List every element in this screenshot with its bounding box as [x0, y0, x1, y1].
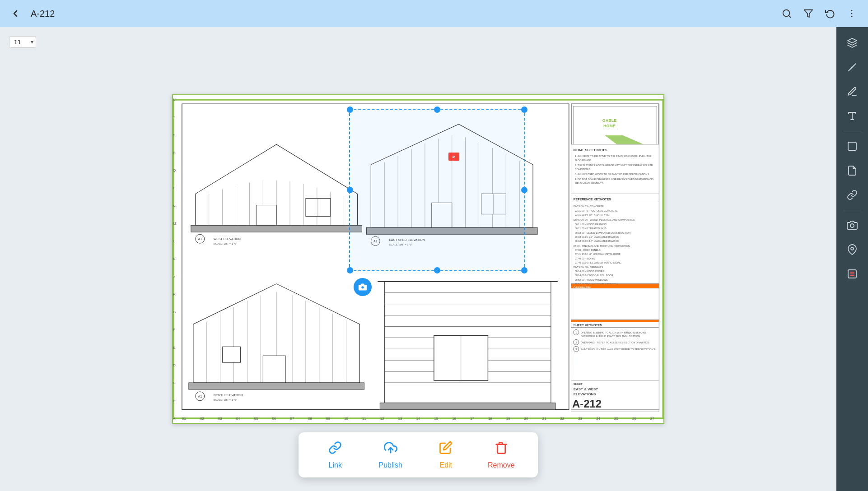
row-labels: UTSRQ PNMLK JHGFE DCBA: [173, 95, 182, 423]
redline-button[interactable]: [841, 263, 863, 285]
link-toolbar-item[interactable]: Link: [317, 441, 353, 469]
hyperlink-button[interactable]: [841, 184, 863, 206]
handle-bottom-right[interactable]: [521, 267, 527, 273]
svg-text:CONDITIONS.: CONDITIONS.: [575, 168, 591, 171]
svg-rect-76: [571, 288, 659, 320]
camera-sidebar-button[interactable]: [841, 214, 863, 236]
svg-text:GABLE: GABLE: [602, 118, 616, 123]
svg-text:2: 2: [575, 341, 577, 344]
svg-text:07 00 - ROOF PANELS: 07 00 - ROOF PANELS: [575, 249, 601, 251]
col-labels: 0102030405 0607080910 1112131415 1617181…: [173, 414, 663, 423]
svg-text:DIVISION 08 - OPENINGS: DIVISION 08 - OPENINGS: [574, 266, 603, 269]
location-button[interactable]: [841, 238, 863, 261]
publish-toolbar-item[interactable]: Publish: [373, 441, 409, 469]
svg-text:NORTH ELEVATION: NORTH ELEVATION: [214, 394, 243, 397]
svg-text:WEST ELEVATION: WEST ELEVATION: [214, 237, 241, 241]
edit-label: Edit: [439, 461, 452, 469]
search-button[interactable]: [778, 5, 796, 23]
svg-rect-133: [189, 383, 364, 389]
svg-text:PAINT FINISH 2 - THIS WALL ONL: PAINT FINISH 2 - THIS WALL ONLY REFER TO…: [581, 348, 655, 351]
svg-text:07 46 00 - SIDING: 07 46 00 - SIDING: [575, 257, 595, 260]
svg-text:08 14 00.01  WOOD FLUSH DOOR: 08 14 00.01 WOOD FLUSH DOOR: [575, 274, 613, 277]
history-button[interactable]: [821, 5, 839, 23]
svg-text:07 46 23.01  RECLAIMED BOARD S: 07 46 23.01 RECLAIMED BOARD SIDING: [575, 261, 622, 264]
handle-bottom-left[interactable]: [347, 267, 353, 273]
svg-text:DIVISION 03 - CONCRETE: DIVISION 03 - CONCRETE: [574, 205, 604, 208]
svg-text:SHEET: SHEET: [574, 383, 583, 385]
handle-middle-left[interactable]: [347, 187, 353, 193]
svg-point-175: [851, 247, 854, 250]
svg-rect-96: [191, 225, 362, 232]
frame-button[interactable]: [841, 135, 863, 157]
text-button[interactable]: [841, 105, 863, 127]
svg-text:DIVISION 06 - WOOD, PLASTICS, : DIVISION 06 - WOOD, PLASTICS, AND COMPOS…: [574, 218, 635, 221]
svg-text:2. THE DISTANCE ABOVE GRADE MA: 2. THE DISTANCE ABOVE GRADE MAY VARY DEP…: [575, 164, 653, 167]
svg-rect-132: [223, 347, 241, 362]
right-sidebar: [836, 27, 868, 491]
filter-button[interactable]: [799, 5, 817, 23]
svg-rect-93: [256, 205, 276, 225]
svg-rect-153: [571, 322, 659, 380]
svg-text:A1: A1: [198, 395, 202, 398]
remove-toolbar-item[interactable]: Remove: [483, 441, 519, 469]
canvas-area: UTSRQ PNMLK JHGFE DCBA 0102030405 060708…: [0, 27, 836, 491]
app-header: A-212: [0, 0, 868, 27]
blueprint-container: UTSRQ PNMLK JHGFE DCBA 0102030405 060708…: [172, 94, 664, 424]
handle-top-right[interactable]: [521, 107, 527, 113]
svg-text:SCALE: 3/8" = 1'-0": SCALE: 3/8" = 1'-0": [214, 398, 237, 401]
publish-icon: [384, 441, 397, 458]
svg-point-167: [361, 286, 364, 289]
svg-text:A-212: A-212: [572, 398, 602, 410]
svg-text:06 18 00.02  3-4" LAMINATED BA: 06 18 00.02 3-4" LAMINATED BAMBOO: [575, 240, 619, 242]
remove-label: Remove: [488, 461, 515, 469]
svg-text:EAST & WEST: EAST & WEST: [574, 387, 598, 391]
svg-text:REFERENCE KEYNOTES: REFERENCE KEYNOTES: [574, 198, 611, 201]
link-icon: [328, 441, 342, 458]
handle-top-center[interactable]: [434, 107, 440, 113]
annotation-badge: M: [448, 153, 459, 161]
svg-text:06 11 00 - WOOD FRAMING: 06 11 00 - WOOD FRAMING: [575, 223, 607, 226]
handle-middle-right[interactable]: [521, 187, 527, 193]
svg-rect-94: [306, 198, 331, 216]
edit-toolbar-item[interactable]: Edit: [428, 441, 464, 469]
more-button[interactable]: [843, 5, 861, 23]
svg-rect-131: [263, 356, 285, 383]
camera-button[interactable]: [354, 278, 372, 296]
handle-bottom-center[interactable]: [434, 267, 440, 273]
svg-text:4. DO NOT SCALE DRAWINGS. USE : 4. DO NOT SCALE DRAWINGS. USE DIMENSIONE…: [575, 178, 653, 181]
ruler-button[interactable]: [841, 56, 863, 79]
svg-text:03 31 00 - STRUCTURAL CONCRETE: 03 31 00 - STRUCTURAL CONCRETE: [575, 209, 618, 212]
svg-text:FLOORPLANS.: FLOORPLANS.: [575, 159, 593, 162]
page-select[interactable]: 11 1234 5678 91012: [9, 36, 36, 48]
svg-text:06 18 00.01  1-2" LAMINATED BA: 06 18 00.01 1-2" LAMINATED BAMBOO: [575, 236, 619, 238]
stamp-button[interactable]: [841, 159, 863, 182]
svg-point-5: [851, 16, 853, 17]
handle-top-left[interactable]: [347, 107, 353, 113]
svg-text:3: 3: [575, 348, 577, 351]
publish-label: Publish: [379, 461, 402, 469]
svg-point-3: [851, 10, 853, 11]
sidebar-divider-2: [843, 210, 861, 210]
svg-text:08 14 00 - WOOD DOORS: 08 14 00 - WOOD DOORS: [575, 270, 605, 273]
svg-text:ELEVATIONS: ELEVATIONS: [574, 392, 596, 396]
svg-text:OPENING IN SIDING TO ALIGN WIT: OPENING IN SIDING TO ALIGN WITH WINDOW B…: [581, 331, 648, 334]
header-actions: [778, 5, 861, 23]
svg-text:03 31 00.PT  3/4" X 3/4" X 7"T: 03 31 00.PT 3/4" X 3/4" X 7"TL.: [575, 213, 610, 216]
back-button[interactable]: [7, 5, 23, 22]
svg-text:06 11 00.43  TREATED 2X10: 06 11 00.43 TREATED 2X10: [575, 227, 607, 230]
page-title: A-212: [31, 9, 770, 19]
svg-line-1: [789, 15, 790, 17]
svg-text:OVERHANG - REFER TO A-3 SERIES: OVERHANG - REFER TO A-3 SERIES SECTION D…: [581, 341, 649, 344]
selection-overlay: [349, 109, 525, 271]
annotate-button[interactable]: [841, 80, 863, 103]
svg-text:1. ALL HEIGHTS RELATIVE TO THE: 1. ALL HEIGHTS RELATIVE TO THE FINISHED …: [575, 155, 652, 157]
layers-button[interactable]: [841, 32, 863, 54]
svg-text:HOME: HOME: [603, 124, 616, 128]
bottom-toolbar: Link Publish Edit: [299, 432, 538, 477]
link-label: Link: [329, 461, 342, 469]
svg-marker-2: [804, 10, 812, 18]
svg-text:1: 1: [575, 331, 577, 334]
svg-rect-173: [848, 142, 856, 150]
svg-rect-152: [380, 403, 555, 410]
page-selector[interactable]: 11 1234 5678 91012 ▾: [9, 36, 36, 48]
